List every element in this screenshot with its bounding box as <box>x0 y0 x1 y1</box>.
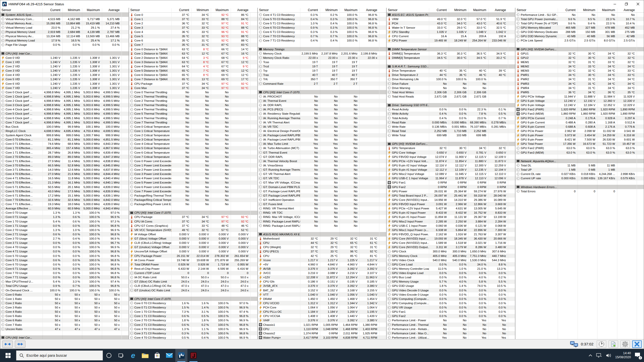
sensor-row[interactable]: Core 5 Clock (perf ...4,998.8 MHz4,995.1… <box>0 112 129 116</box>
column-header-sensor[interactable]: Sensor <box>387 8 429 12</box>
sensor-row[interactable]: Core 4 T1 C0 Residency0.3 %0.2 %100.0 %9… <box>258 13 386 17</box>
section-header-row[interactable]: CPU [#0]: Intel Cor... <box>0 335 129 339</box>
sensor-row[interactable]: Core 2 T1 Usage0.6 %0.0 %100.0 %96.8 % <box>0 232 129 236</box>
sensor-row[interactable]: Core 1 T1 Effective...28.7 MHz26.8 MHz5,… <box>0 150 129 155</box>
sensor-row[interactable]: IA: VR Thermal AlertNoNoNo <box>258 120 386 124</box>
sensor-row[interactable]: VR VCC Temperature (SVID)49 °C32 °C57 °C… <box>129 228 257 232</box>
sensor-row[interactable]: Core 7 T1 C0 Residency0.4 %0.4 %100.0 %9… <box>258 38 386 43</box>
sensor-row[interactable]: Tras40 T40 T40 T <box>258 73 386 77</box>
sensor-row[interactable]: GPU PCIe Power2.962 W2.098 W11.032 W3.54… <box>515 129 644 133</box>
sensor-row[interactable]: Drive FailureNoNoNo <box>387 81 515 86</box>
sensor-row[interactable]: Total Host Reads2,671 GB2,671 GB2,671 GB <box>387 94 515 99</box>
sensor-row[interactable]: Core 5 T1 Usage0.6 %0.0 %100.0 %96.8 % <box>0 258 129 262</box>
sensor-row[interactable]: CPU1,110 RPM1,048 RPM1,468 RPM1,403 RPM <box>258 327 386 331</box>
sensor-row[interactable]: CPU Gfx0.186 V0.151 V0.195 V0.185 V <box>258 280 386 284</box>
sensor-row[interactable]: GPU Core (NVVDD) Output...3.311 W3.179 W… <box>387 245 515 249</box>
expand-columns-button[interactable] <box>2 341 13 348</box>
taskbar-hwinfo[interactable] <box>175 349 187 362</box>
sensor-row[interactable]: Core 3 Critical TemperatureNoNoNo <box>129 138 257 142</box>
sensor-row[interactable]: Memory Clock2,199.5 MHz2,197.8 MHz2,201.… <box>258 51 386 56</box>
section-header-row[interactable]: CPU [#0]: Intel Core i7-1070... <box>129 211 257 215</box>
sensor-row[interactable]: Performance Limit - ThermalNoNoNoNo <box>387 323 515 327</box>
sensor-row[interactable]: GPU Video Engine Load0.0 %0.0 %0.0 %0.0 … <box>387 271 515 275</box>
sensor-row[interactable]: Core 4 T1 Usage0.0 %0.0 %100.0 %96.8 % <box>0 249 129 254</box>
section-header-row[interactable]: GPU [#0]: NVIDIA GeForc... <box>515 47 644 51</box>
sensor-row[interactable]: GPU Misc1 Input Power (s...6.938 W5.864 … <box>387 228 515 232</box>
tray-clock[interactable]: 14:40 15/08/2020 <box>615 351 631 359</box>
settings-button[interactable] <box>620 340 630 348</box>
sensor-row[interactable]: IA: Thermal EventNoNoNo <box>258 99 386 103</box>
tray-volume-icon[interactable] <box>606 353 612 358</box>
sensor-row[interactable]: Core 1 Distance to TjMAX63 °C12 °C67 °C1… <box>129 51 257 56</box>
sensor-row[interactable]: Core 436 °C33 °C96 °C91 °C <box>129 30 257 34</box>
sensor-row[interactable]: GPU 6-pin Power5.973 W3.454 W14.259 W6.3… <box>515 133 644 138</box>
column-header-average[interactable]: Average <box>359 8 379 12</box>
taskbar-search[interactable]: Escribe aquí para buscar <box>16 350 103 360</box>
sensor-row[interactable]: GPU USB-C 1 Input Power0.060 W0.036 W0.1… <box>387 223 515 228</box>
sensor-row[interactable]: Trp19 T19 T19 T <box>258 69 386 73</box>
sensor-row[interactable]: Max CPU/Thread U...5.4 %3.3 %100.0 %97.4… <box>0 280 129 284</box>
sensor-row[interactable]: GPU Memory Allocated465 MB327 MB478 MB45… <box>515 25 644 30</box>
sensor-row[interactable]: IA: Package-Level RAPL/PBM ...NoNoNo <box>258 138 386 142</box>
sensor-row[interactable]: Core 137 °C33 °C88 °C84 °C <box>129 17 257 21</box>
sensor-row[interactable]: BAT_3V3.152 V3.152 V3.168 V3.155 V <box>258 288 386 292</box>
sensor-row[interactable]: Core 3 Clock (perf ...4,998.8 MHz4,995.1… <box>0 103 129 107</box>
sensor-row[interactable]: Uncore/SA Voltage Offset0.000 V0.000 V0.… <box>129 249 257 254</box>
sensor-row[interactable]: Core 2 Thermal ThrottlingNoNoNo <box>129 99 257 103</box>
column-header-current[interactable]: Current <box>300 8 320 12</box>
sensor-row[interactable]: GPU Misc2 Input Voltage12.089 V11.945 V1… <box>387 172 515 176</box>
sensor-row[interactable]: Core 6 T0 Effective...43.0 MHz17.5 MHz5,… <box>0 189 129 193</box>
section-header-row[interactable]: S.M.A.R.T.: Samsung SSD... <box>387 64 515 69</box>
sensor-row[interactable]: Core 4 Power Limit ExceededNoNoNo <box>129 176 257 180</box>
sensor-row[interactable]: GPU Fan20 RPM0 RPM0 RPM0 RPM <box>387 185 515 189</box>
sensor-row[interactable]: GPU Clock300.0 MHz300.0 MHz1,650.0 MHz30… <box>387 249 515 254</box>
sensor-row[interactable]: CPU IA Cores37 °C34 °C97 °C92 °C <box>129 219 257 223</box>
sensor-row[interactable]: GT: VR Thermal AlertNoNoNo <box>258 172 386 176</box>
sensor-row[interactable]: Core 1 Clock (perf ...4,998.8 MHz4,995.1… <box>0 94 129 99</box>
sensor-row[interactable]: Core 3 Thermal ThrottlingNoNoNo <box>129 103 257 107</box>
sensor-row[interactable]: MEM333 °C32 °C34 °C33 °C <box>515 69 644 73</box>
taskbar-red-app[interactable] <box>187 349 199 362</box>
section-header-row[interactable]: CPU [#0]: Intel Core i7-1070... <box>129 297 257 301</box>
sensor-row[interactable]: PWR134 °C30 °C34 °C33 °C <box>515 73 644 77</box>
sensor-row[interactable]: Core 4 Ratio50 x50 x50 x50 x <box>0 310 129 314</box>
column-header-sensor[interactable]: Sensor <box>129 8 171 12</box>
sensor-row[interactable]: GT: Inefficient OperationNoNoNo <box>258 198 386 202</box>
sensor-row[interactable]: MEM132 °C31 °C33 °C32 °C <box>515 60 644 64</box>
sensor-row[interactable]: Core 6 T1 Usage0.0 %0.0 %100.0 %96.8 % <box>0 266 129 271</box>
sensor-row[interactable]: Command Rate2 T2 T2 T <box>258 81 386 86</box>
sensor-row[interactable]: Core 2 Ratio50 x50 x50 x50 x <box>0 301 129 305</box>
column-header-sensor[interactable]: Sensor <box>515 8 558 12</box>
sensor-row[interactable]: GT: Max VR Voltage, ICCmax,...NoNoNo <box>258 180 386 185</box>
column-header-row[interactable]: SensorCurrentMinimumMaximumAverage <box>515 8 644 13</box>
sensor-row[interactable]: GPU 6-pin Current0.488 A0.280 A1.168 A0.… <box>515 120 644 124</box>
section-header-row[interactable]: GPU [#0]: NVIDIA GeForc... <box>387 142 515 146</box>
sensor-row[interactable]: Core 3 T1 Effective...14.0 MHz12.6 MHz5,… <box>0 168 129 172</box>
sensor-row[interactable]: IA: PROCHOTNoNoNo <box>258 94 386 99</box>
sensor-row[interactable]: Core 037 °C34 °C92 °C86 °C <box>129 13 257 17</box>
column-header-minimum[interactable]: Minimum <box>191 8 211 12</box>
sensor-row[interactable]: GPU Fan2 (PWR)1,920 RPM1,860 RPM1,920 RP… <box>515 107 644 112</box>
restore-button[interactable] <box>621 0 632 8</box>
sensor-row[interactable]: Trcd19 T19 T19 T <box>258 64 386 69</box>
sensor-row[interactable]: GPU 8-pin #2 Input Power8.433 W8.432 W16… <box>387 211 515 215</box>
sensor-row[interactable]: GT: Running Average Thermal...NoNoNo <box>258 168 386 172</box>
taskbar-mail[interactable] <box>163 349 175 362</box>
column-header-average[interactable]: Average <box>488 8 508 12</box>
section-header-row[interactable]: CPU [#0]: Intel Cor... <box>0 51 129 56</box>
minimize-button[interactable] <box>609 0 621 8</box>
sensor-row[interactable]: 3VCC3.216 V3.088 V3.216 V3.107 V <box>258 271 386 275</box>
sensor-row[interactable]: Core 7 Thermal ThrottlingNoNoNo <box>129 120 257 124</box>
sensor-row[interactable]: GPU VR Usage0.0 %0.0 %0.0 %0.0 % <box>387 305 515 310</box>
sensor-row[interactable]: Virtual Memory Load23.0 %21.2 %29.1 %27.… <box>0 25 129 30</box>
sensor-row[interactable]: Core 6 Power Limit ExceededNoNoNo <box>129 185 257 189</box>
sensor-row[interactable]: PWR434 °C31 °C34 °C34 °C <box>515 86 644 90</box>
sensor-row[interactable]: CPU Package37 °C34 °C97 °C92 °C <box>129 215 257 219</box>
sensor-row[interactable]: Core 5 T1 Effective...50.5 MHz20.1 MHz5,… <box>0 185 129 189</box>
sensor-row[interactable]: Core 1 T1 Usage0.0 %0.0 %100.0 %96.8 % <box>0 223 129 228</box>
sensor-row[interactable]: GPU Memory Usage5.7 %4.0 %5.8 %5.5 % <box>387 280 515 284</box>
column-header-minimum[interactable]: Minimum <box>449 8 469 12</box>
sensor-row[interactable]: Core 0 T1 Effective...74.6 MHz68.6 MHz5,… <box>0 142 129 146</box>
sensor-row[interactable]: Trfc350 T350 T350 T <box>258 77 386 81</box>
sensor-row[interactable]: CPU Current16 A15 A209 A192 A <box>387 34 515 38</box>
